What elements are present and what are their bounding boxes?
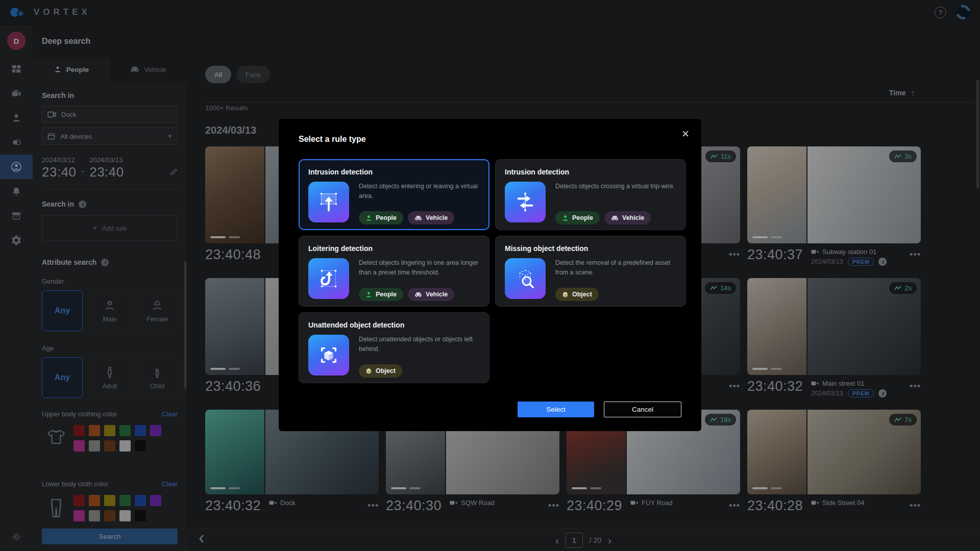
unattended-object-icon — [308, 335, 349, 375]
dialog-title: Select a rule type — [299, 119, 681, 144]
person-icon — [562, 215, 569, 221]
select-button[interactable]: Select — [518, 402, 594, 417]
people-badge: People — [359, 288, 403, 301]
cube-icon — [562, 291, 569, 298]
rule-card-title: Unattended object detection — [308, 321, 480, 329]
object-badge: Object — [359, 364, 402, 378]
loitering-icon — [308, 258, 349, 299]
rule-card-title: Intrusion detection — [505, 168, 676, 176]
cancel-button[interactable]: Cancel — [604, 402, 681, 417]
intrusion-area-icon — [308, 182, 349, 222]
rule-card-description: Detect objects entering or leaving a vir… — [359, 182, 480, 201]
vehicle-badge: Vehicle — [604, 211, 651, 224]
rule-card-description: Detect the removal of a predefined asset… — [555, 258, 676, 278]
rule-card-intrusion-area[interactable]: Intrusion detection Detect objects enter… — [299, 159, 489, 230]
cube-icon — [365, 368, 372, 374]
rule-card-title: Loitering detection — [308, 244, 480, 253]
vehicle-badge: Vehicle — [408, 288, 454, 301]
rule-card-description: Detect objects lingering in one area lon… — [359, 258, 480, 278]
people-badge: People — [555, 211, 600, 224]
close-icon[interactable]: ✕ — [679, 127, 692, 140]
rule-card-title: Intrusion detection — [308, 168, 480, 176]
car-icon — [611, 215, 619, 221]
rule-card-description: Detect unattended objects or objects lef… — [359, 335, 480, 354]
person-icon — [365, 215, 372, 221]
people-badge: People — [359, 211, 403, 224]
rule-card-tripwire[interactable]: Intrusion detection Detects ob — [495, 159, 686, 230]
rule-card-loitering[interactable]: Loitering detection Detect objects linge… — [299, 236, 489, 307]
car-icon — [414, 215, 422, 221]
rule-card-description: Detects objects crossing a virtual trip-… — [555, 182, 676, 191]
missing-object-icon — [505, 258, 546, 299]
rule-card-title: Missing object detection — [505, 244, 676, 253]
trip-wire-icon — [505, 182, 546, 222]
rule-type-dialog: Select a rule type ✕ Intrusion detection — [279, 119, 701, 431]
car-icon — [414, 292, 422, 297]
rule-card-unattended-object[interactable]: Unattended object detection — [299, 312, 489, 383]
vehicle-badge: Vehicle — [408, 211, 454, 224]
object-badge: Object — [555, 288, 599, 301]
person-icon — [365, 291, 372, 298]
rule-card-missing-object[interactable]: Missing object detection D — [495, 236, 686, 307]
